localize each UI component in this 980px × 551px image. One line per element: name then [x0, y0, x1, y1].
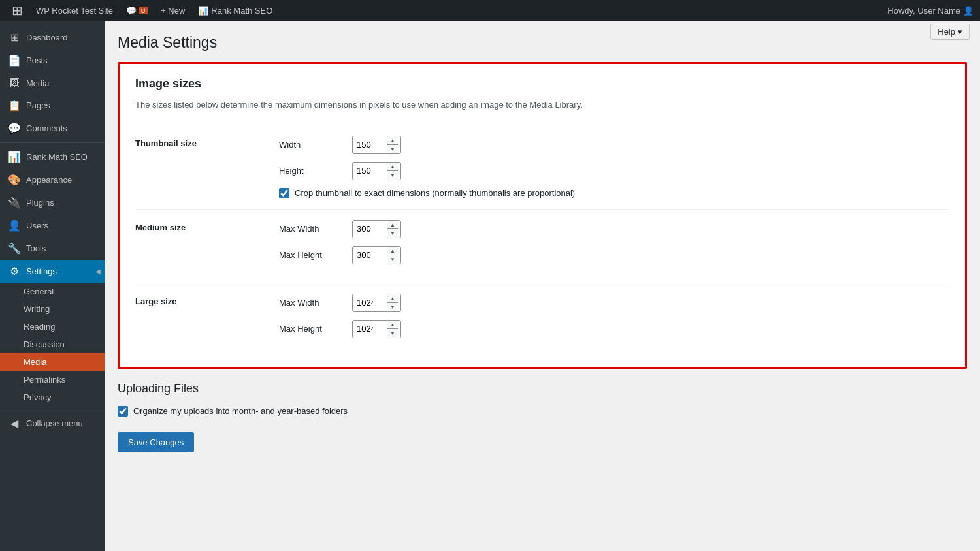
- submenu-permalinks[interactable]: Permalinks: [0, 371, 105, 388]
- submenu-media[interactable]: Media: [0, 353, 105, 371]
- medium-width-arrows: ▲ ▼: [387, 221, 398, 238]
- submenu-general[interactable]: General: [0, 283, 105, 300]
- medium-max-width-label: Max Width: [279, 224, 344, 234]
- submenu-discussion[interactable]: Discussion: [0, 336, 105, 353]
- thumbnail-width-down[interactable]: ▼: [387, 145, 398, 153]
- rank-math-icon: 📊: [198, 6, 208, 16]
- thumbnail-width-up[interactable]: ▲: [387, 136, 398, 146]
- sidebar-label-rank-math: Rank Math SEO: [26, 152, 88, 162]
- image-sizes-title: Image sizes: [135, 77, 949, 91]
- tools-icon: 🔧: [8, 242, 21, 255]
- medium-height-up[interactable]: ▲: [387, 247, 398, 256]
- thumbnail-content: Width ▲ ▼ Height: [279, 136, 949, 198]
- medium-height-input-wrapper: ▲ ▼: [352, 246, 401, 264]
- large-width-arrows: ▲ ▼: [387, 294, 398, 311]
- sidebar-item-posts[interactable]: 📄 Posts: [0, 49, 105, 72]
- dashboard-icon: ⊞: [8, 31, 21, 44]
- medium-width-up[interactable]: ▲: [387, 221, 398, 230]
- uploading-files-section: Uploading Files Organize my uploads into…: [118, 382, 967, 417]
- sidebar-item-dashboard[interactable]: ⊞ Dashboard: [0, 26, 105, 49]
- sidebar-item-comments[interactable]: 💬 Comments: [0, 117, 105, 140]
- comments-bubble: 💬 0: [126, 6, 148, 16]
- help-button[interactable]: Help ▾: [930, 24, 970, 40]
- menu-separator-1: [0, 142, 105, 143]
- large-height-arrows: ▲ ▼: [387, 321, 398, 338]
- sidebar-item-pages[interactable]: 📋 Pages: [0, 94, 105, 117]
- organize-uploads-checkbox[interactable]: [118, 406, 128, 417]
- thumbnail-height-up[interactable]: ▲: [387, 163, 398, 172]
- sidebar-label-plugins: Plugins: [26, 198, 54, 208]
- adminbar-site-name[interactable]: WP Rocket Test Site: [31, 0, 118, 21]
- large-width-input-wrapper: ▲ ▼: [352, 294, 401, 312]
- page-title: Media Settings: [118, 34, 967, 52]
- medium-width-input[interactable]: [353, 221, 387, 236]
- adminbar-comments[interactable]: 💬 0: [121, 0, 153, 21]
- adminbar-right: Howdy, User Name 👤: [887, 6, 973, 16]
- adminbar-new[interactable]: + New: [155, 0, 190, 21]
- appearance-icon: 🎨: [8, 174, 21, 186]
- submenu-reading[interactable]: Reading: [0, 318, 105, 336]
- sidebar-label-media: Media: [26, 78, 49, 88]
- large-width-input[interactable]: [353, 295, 387, 310]
- thumbnail-height-input[interactable]: [353, 163, 387, 178]
- sidebar-label-settings: Settings: [26, 266, 57, 276]
- large-label: Large size: [135, 294, 279, 306]
- save-changes-button[interactable]: Save Changes: [118, 432, 194, 452]
- divider-1: [135, 209, 949, 210]
- large-height-input-wrapper: ▲ ▼: [352, 320, 401, 338]
- sidebar-item-users[interactable]: 👤 Users: [0, 214, 105, 237]
- large-size-row: Large size Max Width ▲ ▼ Max He: [135, 286, 949, 354]
- large-height-group: Max Height ▲ ▼: [279, 320, 949, 338]
- large-max-width-label: Max Width: [279, 298, 344, 307]
- media-icon: 🖼: [8, 77, 21, 89]
- sidebar-item-rank-math[interactable]: 📊 Rank Math SEO: [0, 146, 105, 168]
- medium-height-down[interactable]: ▼: [387, 255, 398, 264]
- help-chevron-icon: ▾: [958, 27, 962, 37]
- adminbar-wp-logo[interactable]: ⊞: [7, 0, 28, 21]
- sidebar-item-plugins[interactable]: 🔌 Plugins: [0, 191, 105, 214]
- medium-width-group: Max Width ▲ ▼: [279, 220, 949, 238]
- medium-width-down[interactable]: ▼: [387, 229, 398, 238]
- large-height-down[interactable]: ▼: [387, 329, 398, 338]
- collapse-menu-button[interactable]: ◀ Collapse menu: [0, 412, 105, 435]
- menu-separator-2: [0, 409, 105, 409]
- submenu-writing[interactable]: Writing: [0, 300, 105, 318]
- comment-icon: 💬: [126, 6, 137, 16]
- medium-content: Max Width ▲ ▼ Max Height: [279, 220, 949, 272]
- uploading-title: Uploading Files: [118, 382, 967, 396]
- comments-count: 0: [139, 7, 148, 14]
- main-content: Media Settings Image sizes The sizes lis…: [105, 21, 980, 551]
- wp-logo-icon: ⊞: [12, 3, 23, 18]
- thumbnail-crop-checkbox[interactable]: [279, 188, 289, 198]
- thumbnail-height-label: Height: [279, 166, 344, 176]
- sidebar-item-settings[interactable]: ⚙ Settings: [0, 260, 105, 283]
- large-max-height-label: Max Height: [279, 324, 344, 334]
- large-height-input[interactable]: [353, 321, 387, 336]
- thumbnail-width-group: Width ▲ ▼: [279, 136, 949, 154]
- medium-height-arrows: ▲ ▼: [387, 247, 398, 264]
- thumbnail-height-input-wrapper: ▲ ▼: [352, 162, 401, 180]
- thumbnail-height-down[interactable]: ▼: [387, 171, 398, 180]
- sidebar-item-tools[interactable]: 🔧 Tools: [0, 237, 105, 260]
- image-sizes-section: Image sizes The sizes listed below deter…: [118, 62, 967, 369]
- sidebar-label-tools: Tools: [26, 244, 46, 253]
- posts-icon: 📄: [8, 54, 21, 67]
- image-sizes-description: The sizes listed below determine the max…: [135, 99, 949, 112]
- submenu-privacy[interactable]: Privacy: [0, 388, 105, 406]
- adminbar-rank-math[interactable]: 📊 Rank Math SEO: [193, 0, 278, 21]
- large-height-up[interactable]: ▲: [387, 321, 398, 330]
- medium-height-group: Max Height ▲ ▼: [279, 246, 949, 264]
- large-width-up[interactable]: ▲: [387, 294, 398, 304]
- medium-height-input[interactable]: [353, 247, 387, 262]
- thumbnail-width-label: Width: [279, 140, 344, 150]
- sidebar-item-media[interactable]: 🖼 Media: [0, 72, 105, 94]
- thumbnail-height-group: Height ▲ ▼: [279, 162, 949, 180]
- organize-uploads-label: Organize my uploads into month- and year…: [133, 406, 348, 416]
- large-width-down[interactable]: ▼: [387, 303, 398, 311]
- thumbnail-crop-row: Crop thumbnail to exact dimensions (norm…: [279, 188, 949, 198]
- sidebar-item-appearance[interactable]: 🎨 Appearance: [0, 168, 105, 191]
- thumbnail-width-input[interactable]: [353, 137, 387, 152]
- thumbnail-width-input-wrapper: ▲ ▼: [352, 136, 401, 154]
- divider-2: [135, 283, 949, 283]
- help-label: Help: [938, 27, 955, 37]
